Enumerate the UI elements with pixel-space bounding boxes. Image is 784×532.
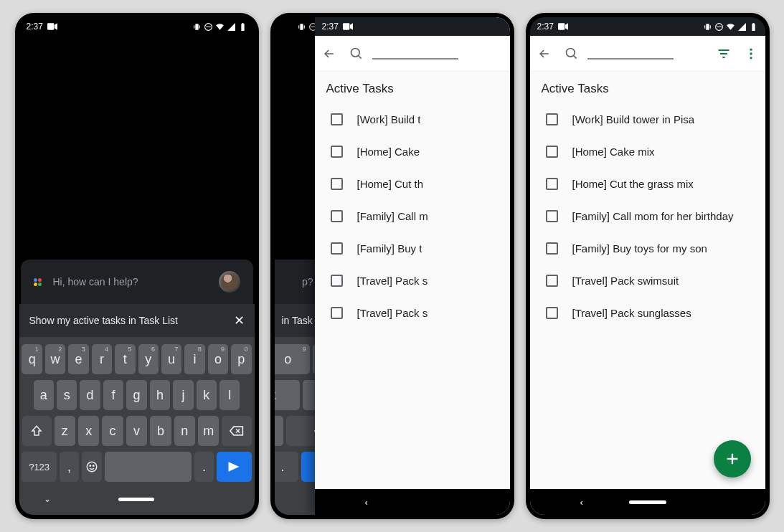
key-period[interactable]: . (194, 452, 214, 482)
assistant-input-bar[interactable]: Show my active tasks in Task List ✕ (19, 304, 255, 337)
transition-tasks-pane: 2:37 Active Tasks [Work] Build t [Home] … (315, 17, 510, 515)
status-time: 2:37 (537, 22, 554, 32)
svg-point-40 (750, 57, 752, 59)
key-m[interactable]: m (198, 416, 219, 446)
key-r[interactable]: r4 (92, 344, 112, 374)
overflow-menu-icon[interactable] (744, 47, 758, 61)
keyboard-collapse-icon[interactable]: ⌄ (44, 494, 51, 504)
key-w[interactable]: w2 (45, 344, 65, 374)
assistant-input-text[interactable]: Show my active tasks in Task List (29, 315, 227, 326)
keyboard-row-2: a s d f g h j k l (22, 380, 252, 410)
key-y[interactable]: y6 (138, 344, 159, 374)
svg-rect-22 (343, 23, 349, 29)
task-row[interactable]: [Family] Buy toys for my son (530, 232, 765, 265)
key-h[interactable]: h (150, 380, 170, 410)
key-z[interactable]: z (55, 416, 75, 446)
task-row[interactable]: [Work] Build t (315, 103, 510, 136)
checkbox[interactable] (546, 275, 558, 287)
task-row[interactable]: [Travel] Pack s (315, 265, 510, 297)
key-j[interactable]: j (173, 380, 193, 410)
back-icon[interactable] (322, 47, 336, 61)
svg-rect-25 (558, 23, 565, 29)
key-p[interactable]: p0 (231, 344, 251, 374)
checkbox[interactable] (331, 275, 343, 287)
assistant-prompt-card: Hi, how can I help? (21, 260, 253, 304)
key-c[interactable]: c (102, 416, 123, 446)
home-gesture-pill[interactable] (118, 498, 154, 501)
checkbox[interactable] (331, 113, 343, 125)
checkbox[interactable] (331, 210, 343, 222)
key-q[interactable]: q1 (22, 344, 42, 374)
key-backspace[interactable] (222, 416, 251, 446)
task-row[interactable]: [Travel] Pack s (315, 297, 510, 329)
task-row[interactable]: [Family] Buy t (315, 232, 510, 265)
checkbox[interactable] (546, 210, 558, 222)
key-f[interactable]: f (103, 380, 123, 410)
task-row[interactable]: [Work] Build tower in Pisa (530, 103, 765, 136)
fab-add-task[interactable] (714, 440, 751, 478)
task-row[interactable]: [Family] Call m (315, 200, 510, 232)
task-row[interactable]: [Family] Call mom for her birthday (530, 200, 765, 232)
task-row[interactable]: [Home] Cut th (315, 168, 510, 200)
key-n[interactable]: n (174, 416, 195, 446)
key-comma[interactable]: , (60, 452, 80, 482)
nav-back-icon[interactable]: ‹ (580, 497, 583, 508)
key-emoji[interactable] (82, 452, 102, 482)
task-list[interactable]: [Work] Build t [Home] Cake [Home] Cut th… (315, 103, 510, 489)
task-row[interactable]: [Travel] Pack sunglasses (530, 297, 765, 329)
key-s[interactable]: s (57, 380, 77, 410)
svg-rect-15 (303, 25, 304, 28)
checkbox[interactable] (546, 146, 558, 158)
key-send[interactable] (217, 452, 251, 482)
key-space[interactable] (105, 452, 192, 482)
search-icon[interactable] (349, 47, 364, 61)
key-b[interactable]: b (150, 416, 171, 446)
task-row[interactable]: [Home] Cake mix (530, 136, 765, 168)
checkbox[interactable] (331, 307, 343, 319)
task-row[interactable]: [Home] Cake (315, 136, 510, 168)
checkbox[interactable] (546, 242, 558, 255)
task-text: [Travel] Pack s (357, 275, 428, 287)
svg-rect-2 (194, 25, 194, 28)
home-gesture-pill[interactable] (629, 500, 666, 504)
key-x[interactable]: x (78, 416, 99, 446)
key-g[interactable]: g (126, 380, 146, 410)
close-icon[interactable]: ✕ (234, 313, 245, 328)
key-u[interactable]: u7 (161, 344, 181, 374)
assistant-prompt-text-clipped: p? (275, 276, 313, 288)
key-shift[interactable] (22, 416, 52, 446)
key-t[interactable]: t5 (115, 344, 135, 374)
key-send[interactable] (301, 452, 315, 482)
key-v[interactable]: v (126, 416, 147, 446)
checkbox[interactable] (546, 178, 558, 190)
task-row[interactable]: [Travel] Pack swimsuit (530, 265, 765, 297)
search-input-underline[interactable] (587, 48, 674, 60)
back-icon[interactable] (537, 47, 552, 61)
key-d[interactable]: d (80, 380, 100, 410)
key-o[interactable]: o9 (208, 344, 228, 374)
key-i[interactable]: i8 (184, 344, 204, 374)
task-list[interactable]: [Work] Build tower in Pisa [Home] Cake m… (530, 103, 765, 489)
key-l[interactable]: l (219, 380, 240, 410)
soft-keyboard[interactable]: q1 w2 e3 r4 t5 y6 u7 i8 o9 p0 a s d f g (19, 337, 255, 515)
checkbox[interactable] (331, 178, 343, 190)
svg-rect-31 (752, 24, 755, 31)
key-k[interactable]: k (197, 380, 217, 410)
key-backspace[interactable] (286, 416, 315, 446)
checkbox[interactable] (331, 242, 343, 255)
key-symbols[interactable]: ?123 (22, 452, 56, 482)
key-e[interactable]: e3 (68, 344, 88, 374)
search-icon[interactable] (565, 47, 579, 61)
transition-left-sliver: 2:37 p? in Tas (275, 17, 315, 515)
user-avatar[interactable] (219, 271, 240, 293)
checkbox[interactable] (546, 113, 558, 125)
filter-icon[interactable] (717, 47, 731, 61)
checkbox[interactable] (546, 307, 558, 319)
svg-line-24 (358, 55, 361, 58)
svg-rect-27 (704, 25, 705, 28)
task-row[interactable]: [Home] Cut the grass mix (530, 168, 765, 200)
nav-back-icon[interactable]: ‹ (365, 497, 368, 508)
search-input-underline[interactable] (372, 48, 458, 60)
key-a[interactable]: a (34, 380, 54, 410)
checkbox[interactable] (331, 146, 343, 158)
